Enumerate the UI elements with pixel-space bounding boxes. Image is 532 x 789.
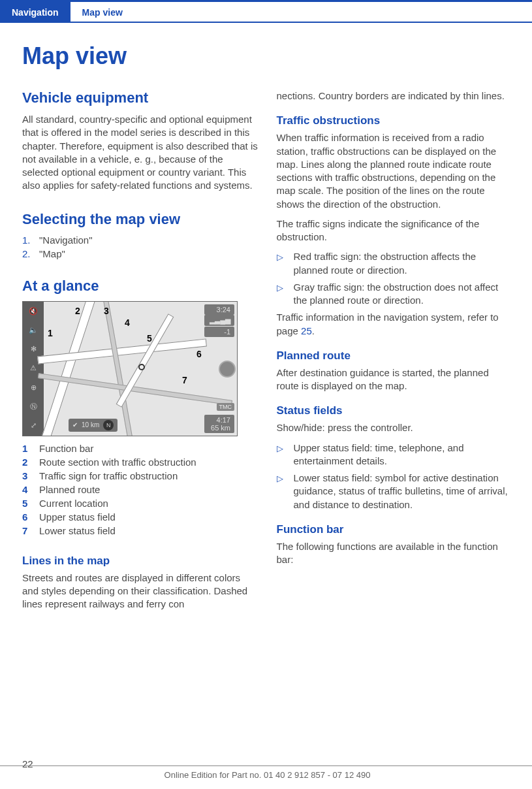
list-item: ▷ Gray traffic sign: the obstruction doe…: [277, 281, 513, 308]
legend-text: Function bar: [39, 443, 93, 454]
heading-at-a-glance: At a glance: [22, 278, 258, 295]
upper-status-temp: -1: [204, 327, 234, 337]
legend-row: 2 Route section with traffic obstruction: [22, 457, 258, 468]
column-left: Vehicle equipment All standard, country-…: [22, 89, 258, 617]
legend-text: Upper status field: [39, 511, 116, 523]
legend-row: 7 Lower status field: [22, 525, 258, 536]
legend-num: 4: [22, 484, 39, 495]
list-item: ▷ Upper status field: time, telephone, a…: [277, 442, 513, 468]
list-item: 2. "Map": [22, 248, 258, 259]
tab-map-view[interactable]: Map view: [70, 2, 134, 22]
globe-icon: ⊕: [27, 381, 39, 393]
bullet-text: Gray traffic sign: the obstruction does …: [294, 281, 513, 308]
compass-icon: N: [103, 420, 114, 430]
footer-line: Online Edition for Part no. 01 40 2 912 …: [0, 765, 532, 789]
legend-num: 5: [22, 498, 39, 509]
triangle-bullet-icon: ▷: [277, 250, 294, 277]
paragraph-continuation: nections. Country borders are indicated …: [277, 89, 513, 103]
lower-status-dist: 65 km: [211, 424, 230, 432]
paragraph: After destination guidance is started, t…: [277, 366, 513, 393]
volume-icon: 🔈: [27, 325, 39, 336]
section-selecting: Selecting the map view 1. "Navigation" 2…: [22, 211, 258, 259]
north-icon: Ⓝ: [27, 400, 39, 412]
triangle-bullet-icon: ▷: [277, 442, 294, 468]
tabs: Navigation Map view: [0, 2, 532, 23]
legend-text: Route section with traffic obstruction: [39, 457, 196, 468]
list-item: ▷ Lower status field: symbol for active …: [277, 472, 513, 511]
callout-3: 3: [104, 306, 109, 316]
paragraph: All standard, country-specific and optio…: [22, 113, 258, 193]
step-text: "Navigation": [39, 234, 93, 246]
section-vehicle-equipment: Vehicle equipment All standard, country-…: [22, 89, 258, 193]
heading-status-fields: Status fields: [277, 404, 513, 417]
column-right: nections. Country borders are indicated …: [277, 89, 513, 617]
legend-num: 3: [22, 470, 39, 481]
heading-lines-in-map: Lines in the map: [22, 555, 258, 568]
legend-row: 1 Function bar: [22, 443, 258, 454]
map-figure: 🔇 🔈 ✻ ⚠ ⊕ Ⓝ ⤢: [22, 301, 238, 436]
heading-selecting: Selecting the map view: [22, 211, 258, 228]
map-body: 3:24 ▂▃▄▅ -1 TMC 4:17 65 km ✔ 10 km N: [44, 302, 237, 436]
legend-row: 4 Planned route: [22, 484, 258, 495]
triangle-bullet-icon: ▷: [277, 281, 294, 308]
section-lines-in-map: Lines in the map Streets and routes are …: [22, 555, 258, 611]
legend-row: 6 Upper status field: [22, 511, 258, 523]
list-item: 1. "Navigation": [22, 234, 258, 246]
paragraph: Streets and routes are displayed in diff…: [22, 572, 258, 611]
legend-num: 1: [22, 443, 39, 454]
gear-icon: ✻: [27, 344, 39, 355]
heading-planned-route: Planned route: [277, 349, 513, 362]
callout-7: 7: [182, 375, 187, 385]
list-item: ▷ Red traffic sign: the obstruction affe…: [277, 250, 513, 277]
callout-5: 5: [147, 333, 152, 344]
legend-text: Traffic sign for traffic obstruction: [39, 470, 178, 481]
legend-num: 7: [22, 525, 39, 536]
legend-row: 5 Current location: [22, 498, 258, 509]
paragraph: The following functions are available in…: [277, 540, 513, 567]
mute-icon: 🔇: [27, 306, 39, 317]
legend-num: 6: [22, 511, 39, 523]
legend-row: 3 Traffic sign for traffic obstruction: [22, 470, 258, 481]
callout-4: 4: [125, 317, 130, 328]
zoom-icon: ⤢: [27, 419, 39, 431]
step-number: 2.: [22, 248, 39, 259]
lower-status-eta: 4:17: [217, 416, 230, 424]
legend-text: Planned route: [39, 484, 100, 495]
step-number: 1.: [22, 234, 39, 246]
upper-status-time: 3:24: [204, 304, 234, 315]
paragraph: When traffic information is received fro…: [277, 131, 513, 211]
tab-navigation[interactable]: Navigation: [0, 2, 70, 22]
callout-6: 6: [196, 349, 202, 359]
callout-1: 1: [48, 328, 53, 338]
legend-num: 2: [22, 457, 39, 468]
upper-status-signal: ▂▃▄▅: [204, 315, 234, 326]
scale-pill: ✔ 10 km N: [69, 419, 117, 432]
step-text: "Map": [39, 248, 65, 259]
controller-knob: [219, 361, 236, 378]
paragraph: Traffic information in the navigation sy…: [277, 311, 513, 338]
bullet-text: Red traffic sign: the obstruction affect…: [294, 250, 513, 277]
paragraph: Show/hide: press the controller.: [277, 421, 513, 434]
page-title: Map view: [22, 42, 512, 70]
legend-text: Current location: [39, 498, 108, 509]
page-reference-link[interactable]: 25: [301, 325, 312, 336]
paragraph: The traffic signs indicate the significa…: [277, 217, 513, 244]
heading-vehicle-equipment: Vehicle equipment: [22, 89, 258, 106]
heading-function-bar: Function bar: [277, 523, 513, 536]
section-at-a-glance: At a glance 🔇 🔈 ✻ ⚠ ⊕ Ⓝ ⤢: [22, 278, 258, 536]
legend-text: Lower status field: [39, 525, 116, 536]
tmc-badge: TMC: [217, 403, 235, 411]
map-function-bar: 🔇 🔈 ✻ ⚠ ⊕ Ⓝ ⤢: [23, 302, 44, 436]
heading-traffic: Traffic obstructions: [277, 114, 513, 127]
callout-2: 2: [75, 306, 80, 316]
bullet-text: Lower status field: symbol for active de…: [294, 472, 513, 511]
lower-status: 4:17 65 km: [204, 415, 234, 433]
scale-value: 10 km: [82, 421, 99, 428]
triangle-bullet-icon: ▷: [277, 472, 294, 511]
warning-icon: ⚠: [27, 362, 39, 374]
bullet-text: Upper status field: time, telephone, and…: [294, 442, 513, 468]
